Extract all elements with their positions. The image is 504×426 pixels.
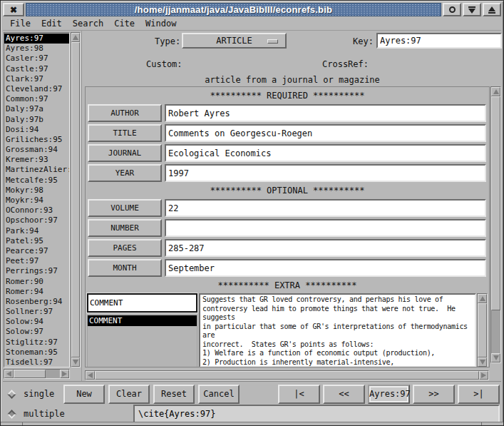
- sidebar-item[interactable]: Sollner:97: [4, 307, 69, 317]
- scroll-down-icon[interactable]: [71, 357, 80, 367]
- sidebar-item[interactable]: Patel:95: [4, 236, 69, 246]
- sidebar-item[interactable]: Romer:94: [4, 287, 69, 297]
- field-label-button[interactable]: JOURNAL: [88, 144, 162, 162]
- sidebar-item[interactable]: Tisdell:97: [4, 357, 69, 367]
- sidebar-item[interactable]: Castle:97: [4, 64, 69, 74]
- nav-button[interactable]: |<: [278, 385, 320, 404]
- scrollbar-trough[interactable]: [491, 310, 500, 353]
- single-mode-radio[interactable]: single: [3, 389, 63, 399]
- sidebar-item[interactable]: Cleveland:97: [4, 84, 69, 94]
- comment-list-item[interactable]: COMMENT: [88, 315, 197, 326]
- sidebar-item[interactable]: Grossman:94: [4, 145, 69, 155]
- form-horizontal-scrollbar[interactable]: [85, 370, 489, 380]
- nav-button[interactable]: >|: [458, 385, 500, 404]
- sidebar-horizontal-scrollbar[interactable]: [4, 369, 70, 379]
- window-maximize-button[interactable]: [483, 3, 501, 16]
- sidebar-item[interactable]: Rosenberg:94: [4, 297, 69, 307]
- sidebar-item[interactable]: Ayres:98: [4, 44, 69, 54]
- scrollbar-thumb[interactable]: [71, 42, 80, 357]
- field-input[interactable]: [165, 164, 486, 182]
- type-option-menu[interactable]: ARTICLE: [182, 33, 287, 49]
- new-button[interactable]: New: [63, 385, 105, 404]
- nav-current-key-button[interactable]: Ayres:97: [368, 385, 410, 404]
- comment-textarea[interactable]: Suggests that GR loved controversy, and …: [199, 293, 476, 367]
- field-label-button[interactable]: NUMBER: [88, 219, 162, 237]
- scroll-up-icon[interactable]: [71, 33, 80, 42]
- sidebar-item[interactable]: Metcalfe:95: [4, 176, 69, 186]
- cancel-button[interactable]: Cancel: [198, 385, 240, 404]
- multiple-mode-radio[interactable]: multiple: [3, 409, 133, 419]
- sidebar-item[interactable]: Pearce:97: [4, 246, 69, 256]
- sidebar-item[interactable]: Moykr:94: [4, 196, 69, 206]
- scroll-up-icon[interactable]: [478, 294, 487, 303]
- sidebar-item[interactable]: Dosi:94: [4, 125, 69, 135]
- sidebar-item[interactable]: Park:94: [4, 226, 69, 236]
- sidebar-item[interactable]: MartinezAlier:9: [4, 165, 69, 175]
- field-input[interactable]: [165, 144, 486, 162]
- menu-item-edit[interactable]: Edit: [40, 18, 63, 29]
- nav-button[interactable]: >>: [413, 385, 455, 404]
- field-input[interactable]: [165, 219, 486, 237]
- sidebar-item[interactable]: Stoneman:95: [4, 348, 69, 357]
- field-label-button[interactable]: AUTHOR: [88, 104, 162, 122]
- field-label-button[interactable]: MONTH: [88, 259, 162, 277]
- scrollbar-thumb[interactable]: [95, 371, 479, 380]
- menu-item-cite[interactable]: Cite: [113, 18, 136, 29]
- sidebar-item[interactable]: Casler:97: [4, 54, 69, 64]
- sidebar-item[interactable]: OConnor:93: [4, 206, 69, 215]
- comment-type-input[interactable]: [87, 293, 197, 313]
- window-close-button[interactable]: ✖: [3, 3, 24, 16]
- sidebar-item[interactable]: Stiglitz:97: [4, 338, 69, 348]
- radio-diamond-icon[interactable]: [7, 410, 16, 419]
- form-vertical-scrollbar[interactable]: [490, 86, 501, 363]
- entry-list[interactable]: Ayres:97Ayres:98Casler:97Castle:97Clark:…: [4, 32, 70, 367]
- sidebar-item[interactable]: Daly:97b: [4, 115, 69, 125]
- sidebar-item[interactable]: Opschoor:97: [4, 215, 69, 225]
- key-input[interactable]: [376, 33, 502, 49]
- scrollbar-thumb[interactable]: [478, 303, 487, 357]
- scroll-right-icon[interactable]: [479, 371, 488, 380]
- field-input[interactable]: [165, 259, 486, 277]
- scroll-down-icon[interactable]: [491, 353, 500, 362]
- sidebar-vertical-scrollbar[interactable]: [71, 32, 81, 367]
- field-input[interactable]: [165, 104, 486, 122]
- sidebar-item[interactable]: Daly:97a: [4, 104, 69, 114]
- reset-button[interactable]: Reset: [153, 385, 195, 404]
- comment-list[interactable]: COMMENT: [87, 315, 197, 367]
- window-menu-button[interactable]: [443, 3, 461, 16]
- clear-button[interactable]: Clear: [108, 385, 150, 404]
- field-label-button[interactable]: PAGES: [88, 239, 162, 257]
- scroll-right-icon[interactable]: [60, 370, 69, 378]
- menu-item-window[interactable]: Window: [144, 18, 178, 29]
- field-label-button[interactable]: VOLUME: [88, 199, 162, 217]
- sidebar-item[interactable]: Common:97: [4, 94, 69, 104]
- sidebar-item[interactable]: Griliches:95: [4, 135, 69, 145]
- field-input[interactable]: [165, 199, 486, 217]
- cite-command-input[interactable]: [133, 405, 500, 423]
- scrollbar-thumb[interactable]: [14, 370, 46, 378]
- sidebar-item[interactable]: Perrings:97: [4, 266, 69, 276]
- sidebar-item[interactable]: Romer:90: [4, 277, 69, 287]
- scroll-left-icon[interactable]: [86, 371, 95, 380]
- scrollbar-thumb[interactable]: [491, 96, 500, 310]
- sidebar-item[interactable]: Solow:97: [4, 327, 69, 337]
- scroll-up-icon[interactable]: [491, 87, 500, 96]
- sidebar-item[interactable]: Kremer:93: [4, 155, 69, 165]
- field-input[interactable]: [165, 239, 486, 257]
- sidebar-item[interactable]: Clark:97: [4, 74, 69, 84]
- sidebar-item[interactable]: Peet:97: [4, 256, 69, 266]
- scroll-left-icon[interactable]: [4, 370, 14, 378]
- field-label-button[interactable]: YEAR: [88, 164, 162, 182]
- radio-diamond-icon[interactable]: [7, 390, 16, 399]
- menu-item-file[interactable]: File: [9, 18, 32, 29]
- sidebar-item[interactable]: Mokyr:98: [4, 186, 69, 196]
- field-input[interactable]: [165, 124, 486, 142]
- nav-button[interactable]: <<: [323, 385, 365, 404]
- scrollbar-trough[interactable]: [46, 370, 60, 378]
- menu-item-search[interactable]: Search: [71, 18, 105, 29]
- sidebar-item[interactable]: Ayres:97: [4, 34, 69, 44]
- window-iconify-button[interactable]: [463, 3, 481, 16]
- sidebar-item[interactable]: Solow:94: [4, 317, 69, 327]
- comment-vertical-scrollbar[interactable]: [477, 293, 488, 367]
- scroll-down-icon[interactable]: [478, 357, 487, 367]
